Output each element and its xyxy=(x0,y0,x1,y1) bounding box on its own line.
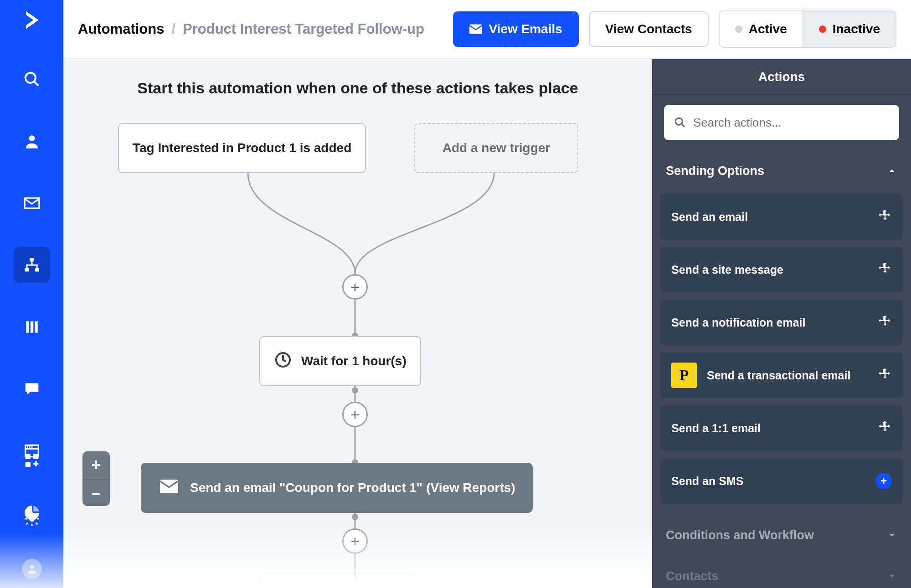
breadcrumb: Automations / Product Interest Targeted … xyxy=(78,21,424,37)
brand-logo-icon xyxy=(20,8,44,32)
action-send-transactional-email[interactable]: P Send a transactional email xyxy=(660,353,903,398)
action-label: Send a transactional email xyxy=(707,369,850,382)
add-step-button-3[interactable]: + xyxy=(342,528,368,554)
svg-point-17 xyxy=(30,516,34,521)
nav-avatar[interactable] xyxy=(22,559,42,579)
view-emails-button[interactable]: View Emails xyxy=(453,11,578,47)
nav-apps[interactable] xyxy=(14,442,50,479)
svg-rect-4 xyxy=(25,268,29,271)
status-dot-red xyxy=(819,26,826,33)
logo xyxy=(20,8,44,34)
breadcrumb-root[interactable]: Automations xyxy=(78,21,164,37)
status-toggle: Active Inactive xyxy=(719,10,896,48)
drag-icon xyxy=(878,367,892,383)
actions-panel: Actions Sending Options Send an email Se… xyxy=(652,59,911,588)
add-trigger-label: Add a new trigger xyxy=(443,141,550,155)
action-label: Send an SMS xyxy=(671,475,743,488)
nav-deals[interactable] xyxy=(14,309,50,345)
svg-point-2 xyxy=(29,135,35,141)
email-node[interactable]: Send an email "Coupon for Product 1" (Vi… xyxy=(141,463,533,513)
gear-icon xyxy=(23,510,41,527)
nav-search[interactable] xyxy=(14,61,50,97)
apps-icon xyxy=(23,452,41,469)
nav-contacts[interactable] xyxy=(14,123,50,159)
nav-automations[interactable] xyxy=(14,247,50,283)
chat-icon xyxy=(23,380,41,398)
svg-point-24 xyxy=(675,118,682,125)
svg-rect-6 xyxy=(26,321,29,332)
postmark-badge-icon: P xyxy=(671,363,697,388)
drag-icon xyxy=(878,314,892,331)
view-contacts-button[interactable]: View Contacts xyxy=(589,11,709,47)
section-sending-options: Sending Options Send an email Send a sit… xyxy=(652,150,911,515)
section-contacts-header[interactable]: Contacts xyxy=(652,556,911,588)
header: Automations / Product Interest Targeted … xyxy=(63,0,911,59)
action-label: Send a site message xyxy=(671,263,783,276)
action-send-notification-email[interactable]: Send a notification email xyxy=(660,300,903,345)
zoom-in-button[interactable]: + xyxy=(82,451,110,479)
section-contacts-label: Contacts xyxy=(666,569,719,583)
drag-icon xyxy=(878,209,892,225)
wait-label: Wait for 1 hour(s) xyxy=(301,354,407,368)
svg-rect-8 xyxy=(35,321,37,332)
trigger-label: Tag Interested in Product 1 is added xyxy=(133,141,351,155)
wait-node-faded[interactable]: Wait for 2 day(s) xyxy=(259,574,415,588)
status-inactive-button[interactable]: Inactive xyxy=(803,11,896,47)
breadcrumb-current: Product Interest Targeted Follow-up xyxy=(183,21,424,37)
avatar-icon xyxy=(26,563,38,575)
status-active-label: Active xyxy=(749,22,787,36)
nav-conversations[interactable] xyxy=(14,371,50,407)
svg-rect-3 xyxy=(30,258,34,261)
view-contacts-label: View Contacts xyxy=(605,22,692,36)
search-input-wrapper[interactable] xyxy=(664,105,899,140)
action-send-sms[interactable]: Send an SMS + xyxy=(660,458,903,504)
status-active-button[interactable]: Active xyxy=(720,11,803,47)
svg-point-18 xyxy=(30,565,34,569)
action-list: Send an email Send a site message Send a… xyxy=(652,191,911,515)
chevron-down-icon xyxy=(886,530,897,541)
envelope-icon xyxy=(23,194,41,212)
action-send-email[interactable]: Send an email xyxy=(660,194,903,240)
view-emails-label: View Emails xyxy=(489,22,562,36)
actions-title: Actions xyxy=(652,59,911,95)
svg-line-1 xyxy=(34,82,38,86)
action-send-1-1-email[interactable]: Send a 1:1 email xyxy=(660,405,903,451)
add-step-button-2[interactable]: + xyxy=(342,402,368,427)
svg-point-0 xyxy=(25,73,35,83)
status-dot-grey xyxy=(735,26,742,33)
envelope-icon xyxy=(469,24,482,34)
left-nav xyxy=(0,0,63,588)
add-step-button-1[interactable]: + xyxy=(342,274,368,300)
section-sending-options-label: Sending Options xyxy=(666,164,764,178)
action-label: Send a notification email xyxy=(671,316,806,329)
section-sending-options-header[interactable]: Sending Options xyxy=(652,150,911,191)
action-send-site-message[interactable]: Send a site message xyxy=(660,247,903,292)
automation-canvas[interactable]: Start this automation when one of these … xyxy=(63,59,652,588)
section-conditions-workflow-header[interactable]: Conditions and Workflow xyxy=(652,515,911,556)
section-conditions-workflow-label: Conditions and Workflow xyxy=(666,528,814,542)
wait-node[interactable]: Wait for 1 hour(s) xyxy=(259,336,421,386)
action-label: Send a 1:1 email xyxy=(671,422,761,435)
zoom-out-button[interactable]: – xyxy=(82,479,110,506)
trigger-node[interactable]: Tag Interested in Product 1 is added xyxy=(118,123,366,173)
nav-settings[interactable] xyxy=(14,501,50,537)
search-input[interactable] xyxy=(693,116,889,130)
email-label: Send an email "Coupon for Product 1" (Vi… xyxy=(190,481,515,495)
person-icon xyxy=(23,133,41,150)
envelope-icon xyxy=(160,480,178,496)
search-icon xyxy=(23,71,41,88)
section-conditions-workflow: Conditions and Workflow xyxy=(652,515,911,556)
action-label: Send an email xyxy=(671,210,748,224)
deals-icon xyxy=(23,318,41,336)
svg-rect-7 xyxy=(30,321,33,332)
chevron-up-icon xyxy=(886,165,897,176)
svg-rect-5 xyxy=(35,268,39,271)
section-contacts: Contacts xyxy=(652,556,911,588)
zoom-controls: + – xyxy=(82,451,110,506)
svg-line-25 xyxy=(681,124,685,127)
svg-rect-16 xyxy=(25,462,30,467)
status-inactive-label: Inactive xyxy=(833,22,880,36)
nav-campaigns[interactable] xyxy=(14,185,50,221)
add-trigger-node[interactable]: Add a new trigger xyxy=(414,123,578,173)
clock-icon xyxy=(274,351,292,372)
